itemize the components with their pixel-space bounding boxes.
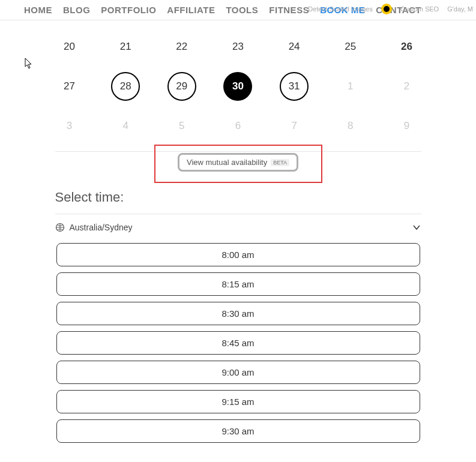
- time-slot[interactable]: 9:30 am: [56, 419, 420, 443]
- nav-greeting: G'day, M: [447, 5, 473, 13]
- calendar-day[interactable]: 24: [280, 32, 309, 61]
- divider: [55, 214, 421, 214]
- calendar-day[interactable]: 29: [167, 72, 196, 101]
- calendar-day: 8: [336, 112, 365, 140]
- select-time-heading: Select time:: [55, 190, 421, 205]
- calendar-day: 3: [55, 112, 84, 140]
- calendar-day: 4: [111, 112, 140, 140]
- calendar-day: 5: [167, 112, 196, 140]
- calendar-day[interactable]: 27: [55, 72, 84, 101]
- timezone-selector[interactable]: Australia/Sydney: [55, 223, 421, 232]
- avatar-icon[interactable]: [381, 4, 392, 14]
- time-slot[interactable]: 8:30 am: [56, 302, 420, 325]
- nav-fitness[interactable]: FITNESS: [269, 5, 309, 15]
- nav-right: Detect Scaled Images Custom SEO G'day, M: [308, 4, 473, 14]
- calendar-day[interactable]: 22: [167, 32, 196, 61]
- calendar-day: 7: [280, 112, 309, 140]
- time-slot[interactable]: 8:45 am: [56, 331, 420, 355]
- globe-icon: [55, 223, 65, 232]
- nav-blog[interactable]: BLOG: [63, 5, 90, 15]
- calendar-day[interactable]: 23: [223, 32, 252, 61]
- calendar-day[interactable]: 21: [111, 32, 140, 61]
- time-slot[interactable]: 9:00 am: [56, 361, 420, 384]
- calendar-day[interactable]: 31: [280, 72, 309, 101]
- highlight-box: [154, 145, 322, 183]
- timezone-label: Australia/Sydney: [70, 223, 133, 232]
- nav-affiliate[interactable]: AFFILIATE: [167, 5, 215, 15]
- calendar-day: 2: [392, 72, 421, 101]
- mutual-availability-section: View mutual availability BETA: [55, 153, 421, 172]
- time-slot[interactable]: 8:15 am: [56, 272, 420, 296]
- nav-home[interactable]: HOME: [24, 5, 52, 15]
- calendar-day: 6: [223, 112, 252, 140]
- nav-detect-scaled[interactable]: Detect Scaled Images: [308, 5, 373, 13]
- calendar: 202122232425262728293031123456789: [55, 32, 421, 140]
- top-nav: HOME BLOG PORTFOLIO AFFILIATE TOOLS FITN…: [0, 0, 476, 20]
- calendar-day: 9: [392, 112, 421, 140]
- time-slot[interactable]: 9:15 am: [56, 390, 420, 413]
- calendar-day[interactable]: 30: [223, 72, 252, 101]
- calendar-day[interactable]: 28: [111, 72, 140, 101]
- calendar-day[interactable]: 20: [55, 32, 84, 61]
- time-slots: 8:00 am8:15 am8:30 am8:45 am9:00 am9:15 …: [55, 243, 421, 443]
- calendar-day: 1: [336, 72, 365, 101]
- time-slot[interactable]: 8:00 am: [56, 243, 420, 266]
- calendar-day[interactable]: 25: [336, 32, 365, 61]
- calendar-day[interactable]: 26: [392, 32, 421, 61]
- nav-custom-seo[interactable]: Custom SEO: [400, 5, 439, 13]
- nav-tools[interactable]: TOOLS: [226, 5, 258, 15]
- chevron-down-icon: [412, 223, 421, 232]
- nav-portfolio[interactable]: PORTFOLIO: [101, 5, 156, 15]
